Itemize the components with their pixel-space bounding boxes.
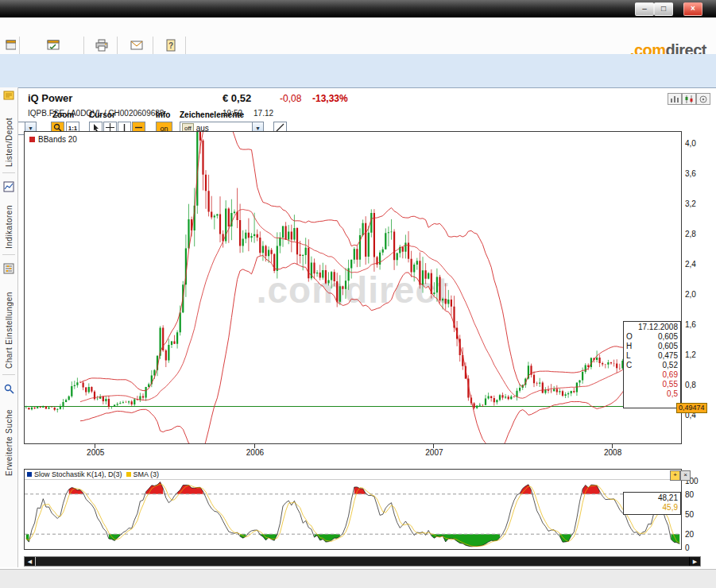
maximize-button[interactable]: □ bbox=[654, 2, 673, 16]
sidebar-tab-listen-depot[interactable]: Listen/Depot bbox=[5, 106, 14, 167]
chart-settings-button[interactable] bbox=[696, 93, 710, 105]
axis-tick-label: 3,6 bbox=[685, 169, 696, 178]
axis-tick-label: 50 bbox=[685, 510, 694, 519]
stoch-close-button[interactable]: × bbox=[680, 470, 691, 481]
axis-tick-label: 2008 bbox=[601, 448, 625, 457]
axis-tick-label: 2007 bbox=[422, 448, 446, 457]
stochastic-legend: Slow Stochastik K(14), D(3) SMA (3) bbox=[25, 470, 681, 480]
close-button[interactable]: × bbox=[683, 2, 702, 16]
quote-date: 17.12 bbox=[254, 109, 273, 118]
stoch-k-legend-swatch bbox=[27, 472, 32, 477]
sidebar-separator bbox=[2, 374, 15, 375]
minimize-button[interactable]: – bbox=[635, 2, 654, 16]
partial-icon bbox=[3, 39, 16, 52]
open-value: 0,605 bbox=[658, 332, 678, 342]
sidebar-tab-chart-einstellungen[interactable]: Chart Einstellungen bbox=[5, 280, 14, 369]
bbands-legend-label: BBands 20 bbox=[38, 135, 77, 144]
scrollbar-left-button[interactable]: ◀ bbox=[25, 557, 35, 566]
price-change: -0,08 bbox=[280, 93, 301, 104]
low-value: 0,475 bbox=[658, 351, 678, 361]
axis-tick-label: 1,2 bbox=[685, 350, 696, 359]
email-icon bbox=[130, 39, 143, 52]
bbands-legend: BBands 20 bbox=[29, 135, 77, 144]
low-label: L bbox=[626, 351, 631, 361]
scrollbar-right-button[interactable]: ▶ bbox=[690, 557, 700, 566]
stoch-k-legend-label: Slow Stochastik K(14), D(3) bbox=[34, 470, 122, 478]
printer-icon bbox=[95, 39, 108, 52]
stochastic-plot[interactable] bbox=[25, 480, 681, 549]
instrument-name: iQ Power bbox=[28, 92, 72, 104]
stoch-sma-legend-label: SMA (3) bbox=[134, 470, 160, 478]
stoch-expand-button[interactable]: + bbox=[670, 470, 680, 481]
axis-tick-label: 4,0 bbox=[685, 139, 696, 148]
axis-tick-label: 2006 bbox=[243, 448, 267, 457]
band-upper-value: 0,69 bbox=[626, 370, 678, 380]
open-label: O bbox=[626, 332, 633, 342]
axis-tick-label: 20 bbox=[685, 530, 694, 539]
benchmark-icon bbox=[47, 39, 60, 52]
axis-tick-label: 80 bbox=[685, 490, 694, 499]
sidebar-separator bbox=[2, 172, 15, 173]
window-titlebar: – □ × bbox=[0, 0, 716, 17]
left-sidebar: Listen/Depot Indikatoren Chart Einstellu… bbox=[0, 87, 18, 567]
main-toolbar: eren Benchmark Druck E-Mail ? bbox=[0, 17, 716, 55]
chart-style-bars-button[interactable] bbox=[668, 93, 682, 105]
axis-tick-label: 3,2 bbox=[685, 199, 696, 208]
listen-depot-icon[interactable] bbox=[3, 90, 14, 104]
stochastic-infobox: 48,21 45,9 bbox=[623, 492, 681, 515]
price-change-percent: -13,33% bbox=[312, 93, 348, 104]
last-price-tag: 0,49474 bbox=[676, 403, 707, 413]
help-icon: ? bbox=[164, 39, 177, 52]
chart-style-candle-button[interactable] bbox=[682, 93, 696, 105]
axis-tick-label: 0 bbox=[685, 544, 690, 552]
candlestick-icon bbox=[684, 92, 694, 106]
main-chart-plot[interactable] bbox=[25, 132, 681, 443]
high-label: H bbox=[626, 342, 632, 351]
quote-timestamp: 19:52 17.12 bbox=[223, 109, 273, 118]
gear-icon bbox=[699, 92, 708, 106]
svg-text:?: ? bbox=[168, 41, 173, 50]
sidebar-separator bbox=[2, 254, 15, 255]
axis-tick-label: 0,8 bbox=[685, 381, 696, 389]
band-middle-value: 0,55 bbox=[626, 380, 678, 389]
close-value: 0,52 bbox=[663, 361, 678, 370]
infobox-date: 17.12.2008 bbox=[626, 323, 678, 332]
application-window: – □ × eren Benchmark Druck bbox=[0, 0, 716, 588]
erweiterte-suche-icon[interactable] bbox=[3, 383, 14, 397]
bar-chart-icon bbox=[670, 92, 679, 106]
horizontal-scrollbar[interactable]: ◀ ▶ bbox=[24, 556, 701, 567]
axis-tick-label: 2,4 bbox=[685, 260, 696, 269]
high-value: 0,605 bbox=[658, 342, 678, 351]
axis-tick-label: 2,0 bbox=[685, 290, 696, 299]
axis-tick-label: 2,8 bbox=[685, 230, 696, 238]
window-footer bbox=[0, 569, 716, 588]
instrument-identifiers: IQPB.FSE / A0DQVL / CH0020609688 bbox=[28, 109, 164, 118]
scrollbar-thumb[interactable] bbox=[36, 557, 690, 566]
axis-tick-label: 2005 bbox=[83, 448, 107, 457]
chart-einstellungen-icon[interactable] bbox=[3, 263, 14, 277]
chart-controlbar: Zoom Cursor Info Zeichenelemente ▼ 1:1 bbox=[0, 54, 716, 88]
sidebar-tab-erweiterte-suche[interactable]: Erweiterte Suche bbox=[5, 400, 14, 476]
stoch-sma-legend-swatch bbox=[126, 472, 131, 477]
ohlc-infobox: 17.12.2008 O0,605 H0,605 L0,475 C0,52 0,… bbox=[623, 321, 681, 408]
sidebar-tab-indikatoren[interactable]: Indikatoren bbox=[5, 198, 14, 249]
band-lower-value: 0,5 bbox=[626, 389, 678, 399]
quote-time: 19:52 bbox=[223, 109, 242, 118]
stoch-sma-value: 45,9 bbox=[626, 503, 678, 513]
close-label: C bbox=[626, 361, 632, 370]
bbands-legend-swatch bbox=[29, 137, 35, 142]
stoch-k-value: 48,21 bbox=[626, 493, 678, 503]
axis-tick-label: 1,6 bbox=[685, 320, 696, 329]
instrument-price: € 0,52 bbox=[223, 92, 251, 104]
indikatoren-icon[interactable] bbox=[3, 181, 14, 195]
